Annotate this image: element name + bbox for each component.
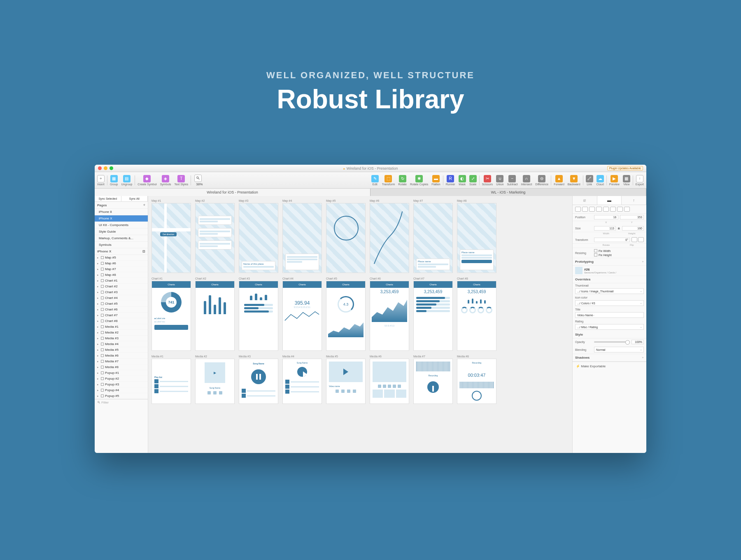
layer-item[interactable]: Map #6 bbox=[95, 261, 148, 266]
artboard[interactable]: Chart #7 Charts3,253,459 bbox=[413, 277, 453, 351]
align-top-icon[interactable] bbox=[596, 207, 602, 212]
sync-selected-button[interactable]: Sync Selected bbox=[95, 196, 121, 201]
inspector-tab-export[interactable]: ↑ bbox=[622, 196, 646, 205]
page-item-selected[interactable]: iPhone X bbox=[95, 215, 148, 222]
artboard[interactable]: Media #1 Play list bbox=[151, 355, 191, 404]
artboard[interactable]: Media #8 Recording00:03:47 bbox=[457, 355, 496, 404]
page-item[interactable]: UI Kit - Components bbox=[95, 222, 148, 229]
override-title-input[interactable]: Video Name bbox=[575, 312, 644, 318]
height-input[interactable]: 160 bbox=[622, 226, 644, 231]
group-button[interactable]: ▦Group bbox=[110, 175, 118, 186]
inspector-tab-align[interactable]: ⎚ bbox=[573, 196, 597, 205]
artboard[interactable]: Chart #4 Charts395.945.5 5.4 5.3 5.2 5.1 bbox=[282, 277, 322, 351]
inspector-tab-properties[interactable]: ▬ bbox=[597, 196, 622, 205]
layer-item[interactable]: Media #7 bbox=[95, 359, 148, 364]
layer-item[interactable]: Chart #4 bbox=[95, 295, 148, 301]
runner-button[interactable]: RRunner bbox=[446, 175, 455, 186]
scissors-button[interactable]: ✂Scissors bbox=[482, 175, 493, 186]
artboard[interactable]: Map #7 MapPlace name bbox=[413, 199, 453, 273]
artboard[interactable]: Media #2 Song Name bbox=[195, 355, 235, 404]
add-shadow-icon[interactable]: + bbox=[642, 356, 644, 359]
layer-item[interactable]: Chart #6 bbox=[95, 307, 148, 313]
align-middle-icon[interactable] bbox=[603, 207, 609, 212]
create-symbol-button[interactable]: ◆Create Symbol bbox=[137, 175, 156, 186]
link-button[interactable]: 🔗︎Link bbox=[586, 175, 593, 186]
align-bottom-icon[interactable] bbox=[610, 207, 616, 212]
difference-button[interactable]: ⊖Difference bbox=[535, 175, 548, 186]
layer-item[interactable]: Chart #2 bbox=[95, 284, 148, 289]
artboard[interactable]: Chart #8 Charts3,253,459 bbox=[457, 277, 496, 351]
ungroup-button[interactable]: ▤Ungroup bbox=[121, 175, 132, 186]
sync-all-button[interactable]: Sync All bbox=[121, 196, 148, 201]
artboard[interactable]: Media #3 Song Name bbox=[239, 355, 278, 404]
artboard[interactable]: Chart #2 Charts bbox=[195, 277, 235, 351]
canvas[interactable]: Map #1 MapGet direction Map #2 Map Map #… bbox=[148, 196, 572, 453]
text-styles-button[interactable]: TText Styles bbox=[174, 175, 188, 186]
fullscreen-icon[interactable] bbox=[110, 166, 113, 170]
fix-width-checkbox[interactable] bbox=[594, 249, 597, 252]
scale-button[interactable]: ⤢Scale bbox=[469, 175, 477, 186]
layer-item[interactable]: Media #5 bbox=[95, 347, 148, 353]
plugin-updates-badge[interactable]: Plugin Updates Available bbox=[607, 166, 643, 170]
artboard[interactable]: Chart #6 Charts3,253,4595.5 5.4 5.3 bbox=[370, 277, 409, 351]
position-y-input[interactable]: 353 bbox=[620, 215, 644, 219]
edit-button[interactable]: ✎Edit bbox=[371, 175, 379, 186]
layers-menu-icon[interactable]: ⊡ bbox=[142, 250, 145, 253]
artboard[interactable]: Map #8 MapPlace name bbox=[457, 199, 496, 273]
rotate-copies-button[interactable]: ✱Rotate Copies bbox=[410, 175, 428, 186]
position-x-input[interactable]: 16 bbox=[594, 215, 618, 219]
layer-item[interactable]: Map #7 bbox=[95, 266, 148, 272]
mask-button[interactable]: ◐Mask bbox=[459, 175, 466, 186]
layer-item[interactable]: Media #8 bbox=[95, 364, 148, 370]
zoom-tool[interactable]: 🔍︎38% bbox=[193, 175, 203, 186]
backward-button[interactable]: ▼Backward bbox=[568, 175, 580, 186]
layer-item[interactable]: Chart #8 bbox=[95, 318, 148, 324]
width-input[interactable]: 113 bbox=[594, 226, 616, 231]
add-prototype-icon[interactable]: + bbox=[642, 260, 644, 264]
rotate-button[interactable]: ↻Rotate bbox=[398, 175, 407, 186]
layer-filter-input[interactable]: 🔍︎ Filter bbox=[95, 399, 148, 406]
preview-button[interactable]: ▶Preview bbox=[609, 175, 620, 186]
distribute-h-icon[interactable] bbox=[617, 207, 623, 212]
artboard[interactable]: Map #6 Map bbox=[370, 199, 409, 273]
layer-item[interactable]: Media #2 bbox=[95, 330, 148, 336]
artboard[interactable]: Media #7 Recording bbox=[413, 355, 453, 404]
subtract-button[interactable]: −Subtract bbox=[507, 175, 517, 186]
layer-item[interactable]: Chart #7 bbox=[95, 313, 148, 318]
page-item[interactable]: iPhone 8 bbox=[95, 209, 148, 215]
make-exportable-button[interactable]: Make Exportable bbox=[573, 362, 646, 371]
artboard[interactable]: Chart #1 Charts741■ Label one■ Label two bbox=[151, 277, 191, 351]
layer-item[interactable]: Media #3 bbox=[95, 336, 148, 341]
page-item[interactable]: Markup, Comments &... bbox=[95, 235, 148, 242]
layer-item[interactable]: Map #5 bbox=[95, 255, 148, 261]
align-right-icon[interactable] bbox=[589, 207, 595, 212]
layer-item[interactable]: Map #8 bbox=[95, 272, 148, 278]
layer-item[interactable]: Popup #2 bbox=[95, 376, 148, 382]
intersect-button[interactable]: ∩Intersect bbox=[521, 175, 532, 186]
lock-icon[interactable]: 🔒︎ bbox=[618, 227, 620, 230]
align-left-icon[interactable] bbox=[575, 207, 581, 212]
layer-item[interactable]: Media #4 bbox=[95, 341, 148, 347]
blending-select[interactable]: Normal bbox=[594, 347, 644, 352]
layer-item[interactable]: Popup #3 bbox=[95, 382, 148, 387]
fix-height-checkbox[interactable] bbox=[594, 253, 597, 257]
artboard[interactable]: Media #4 Song Name bbox=[282, 355, 322, 404]
forward-button[interactable]: ▲Forward bbox=[554, 175, 564, 186]
layer-item[interactable]: Popup #1 bbox=[95, 370, 148, 376]
layer-item[interactable]: Chart #3 bbox=[95, 289, 148, 295]
page-item[interactable]: Style Guide bbox=[95, 229, 148, 235]
opacity-value[interactable]: 100% bbox=[631, 340, 644, 344]
union-button[interactable]: ∪Union bbox=[496, 175, 503, 186]
page-item[interactable]: Symbols bbox=[95, 242, 148, 248]
doc-tab-2[interactable]: WL - iOS - Marketing bbox=[370, 189, 646, 196]
artboard[interactable]: Media #5 Video name bbox=[326, 355, 366, 404]
artboard[interactable]: Map #2 Map bbox=[195, 199, 235, 273]
export-button[interactable]: ↑Export bbox=[636, 175, 644, 186]
rotate-input[interactable]: 0° bbox=[594, 238, 630, 242]
transform-button[interactable]: ⬚Transform bbox=[382, 175, 395, 186]
artboard[interactable]: Media #6 bbox=[370, 355, 409, 404]
artboard[interactable]: Map #1 MapGet direction bbox=[151, 199, 191, 273]
override-thumbnail-select[interactable]: .../ Icons / Image_Thumbnail bbox=[575, 288, 644, 294]
layer-item[interactable]: Media #1 bbox=[95, 324, 148, 330]
align-center-icon[interactable] bbox=[582, 207, 588, 212]
